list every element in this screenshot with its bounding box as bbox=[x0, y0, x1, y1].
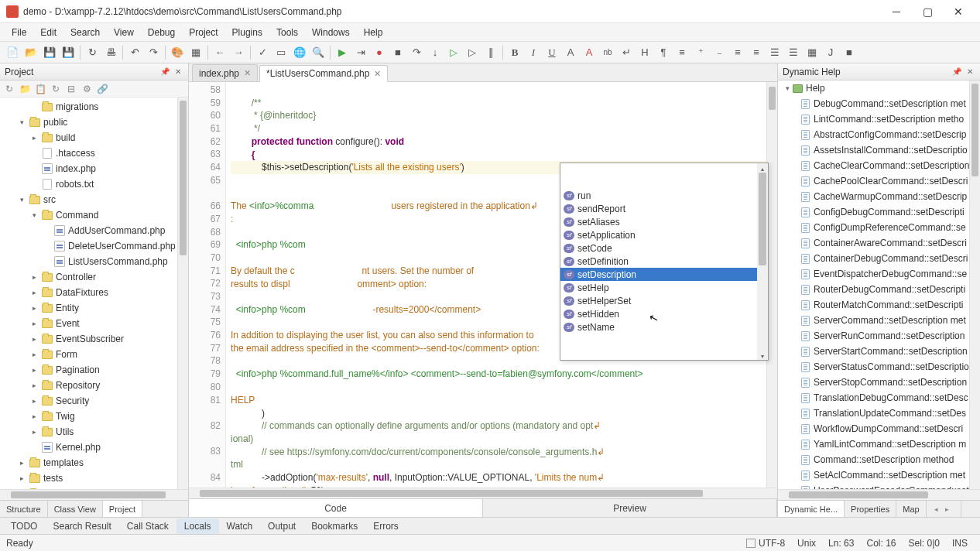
menu-help[interactable]: Help bbox=[357, 25, 390, 40]
tree-scrollbar[interactable] bbox=[177, 98, 188, 489]
ac-item[interactable]: sfsetDescription bbox=[560, 268, 768, 281]
tab-todo[interactable]: TODO bbox=[3, 518, 45, 534]
tree-item[interactable]: ▸Controller bbox=[0, 269, 188, 285]
collapse-icon[interactable]: ⊟ bbox=[65, 83, 77, 95]
status-ins[interactable]: INS bbox=[952, 538, 968, 549]
help-list[interactable]: ▾ Help DebugCommand::setDescription metL… bbox=[778, 80, 980, 489]
palette-icon[interactable]: 🎨 bbox=[169, 44, 186, 61]
tab-project[interactable]: Project bbox=[103, 501, 142, 517]
status-encoding[interactable]: UTF-8 bbox=[746, 538, 785, 549]
help-hscroll[interactable] bbox=[778, 489, 980, 500]
tab-call-stack[interactable]: Call Stack bbox=[119, 518, 176, 534]
new-file-icon[interactable]: 📄 bbox=[4, 44, 21, 61]
tab-listusers-php[interactable]: *ListUsersCommand.php✕ bbox=[259, 65, 388, 82]
tree-item[interactable]: ▸Event bbox=[0, 316, 188, 331]
sync-icon[interactable]: ↻ bbox=[50, 83, 62, 95]
help-item[interactable]: ServerStatusCommand::setDescriptio bbox=[778, 359, 980, 375]
autocomplete-popup[interactable]: sfrunsfsendReportsfsetAliasessfsetApplic… bbox=[560, 163, 769, 361]
browser-icon[interactable]: 🌐 bbox=[291, 44, 308, 61]
help-item[interactable]: SetAclCommand::setDescription met bbox=[778, 467, 980, 483]
selection-icon[interactable]: ▭ bbox=[272, 44, 290, 61]
help-item[interactable]: ContainerAwareCommand::setDescri bbox=[778, 235, 980, 251]
reload-icon[interactable]: ↻ bbox=[84, 44, 101, 61]
minimize-button[interactable]: ─ bbox=[881, 1, 912, 22]
tab-map[interactable]: Map bbox=[896, 501, 926, 517]
help-icon[interactable]: ■ bbox=[841, 44, 858, 61]
tree-item[interactable]: ▸Pagination bbox=[0, 362, 188, 378]
tree-item[interactable]: ▸Security bbox=[0, 393, 188, 409]
help-item[interactable]: CacheWarmupCommand::setDescrip bbox=[778, 189, 980, 204]
tree-item[interactable]: ▸Utils bbox=[0, 424, 188, 440]
redo-icon[interactable]: ↷ bbox=[145, 44, 162, 61]
tab-bookmarks[interactable]: Bookmarks bbox=[303, 518, 365, 534]
filter-icon[interactable]: ⚙ bbox=[81, 83, 93, 95]
ac-item[interactable]: sfsetName bbox=[560, 320, 768, 334]
new-folder-icon[interactable]: 📁 bbox=[19, 83, 31, 95]
help-item[interactable]: EventDispatcherDebugCommand::se bbox=[778, 266, 980, 282]
help-item[interactable]: DebugCommand::setDescription met bbox=[778, 96, 980, 111]
tree-item[interactable]: ▸EventSubscriber bbox=[0, 331, 188, 347]
ac-item[interactable]: sfsendReport bbox=[560, 202, 768, 215]
help-item[interactable]: UserPasswordEncoderCommand::set bbox=[778, 483, 980, 489]
tree-item[interactable]: ▸Form bbox=[0, 347, 188, 362]
view-preview[interactable]: Preview bbox=[483, 499, 777, 517]
tab-properties[interactable]: Properties bbox=[845, 501, 896, 517]
tree-item[interactable]: ▸Twig bbox=[0, 409, 188, 424]
help-item[interactable]: LintCommand::setDescription metho bbox=[778, 111, 980, 127]
tab-watch[interactable]: Watch bbox=[219, 518, 261, 534]
ol-icon[interactable]: ☰ bbox=[785, 44, 802, 61]
refresh-icon[interactable]: ↻ bbox=[3, 83, 15, 95]
pause-icon[interactable]: ‖ bbox=[482, 44, 499, 61]
tab-close-icon[interactable]: ✕ bbox=[374, 69, 381, 79]
back-icon[interactable]: ← bbox=[211, 44, 228, 61]
panel-close-icon[interactable]: ✕ bbox=[965, 67, 975, 77]
help-item[interactable]: AbstractConfigCommand::setDescrip bbox=[778, 127, 980, 142]
panel-close-icon[interactable]: ✕ bbox=[173, 67, 183, 77]
help-item[interactable]: ContainerDebugCommand::setDescri bbox=[778, 251, 980, 266]
grid-icon[interactable]: ▦ bbox=[187, 44, 204, 61]
tree-hscroll[interactable] bbox=[0, 489, 188, 500]
save-icon[interactable]: 💾 bbox=[41, 44, 58, 61]
undo-icon[interactable]: ↶ bbox=[126, 44, 143, 61]
project-tree[interactable]: migrations▾public▸build.htaccessindex.ph… bbox=[0, 98, 188, 489]
editor-hscroll[interactable] bbox=[189, 488, 777, 498]
js-icon[interactable]: J bbox=[822, 44, 839, 61]
menu-windows[interactable]: Windows bbox=[305, 25, 357, 40]
help-item[interactable]: ServerCommand::setDescription met bbox=[778, 313, 980, 328]
ac-item[interactable]: sfsetApplication bbox=[560, 228, 768, 241]
ac-item[interactable]: sfsetDefinition bbox=[560, 255, 768, 268]
heading-icon[interactable]: H bbox=[636, 44, 653, 61]
tree-item[interactable]: ▸build bbox=[0, 130, 188, 145]
view-code[interactable]: Code bbox=[189, 499, 483, 517]
tree-item[interactable]: robots.txt bbox=[0, 176, 188, 192]
check-icon[interactable]: ✓ bbox=[254, 44, 271, 61]
tree-item[interactable]: index.php bbox=[0, 161, 188, 176]
help-item[interactable]: YamlLintCommand::setDescription m bbox=[778, 436, 980, 452]
tab-dynamic-help[interactable]: Dynamic He... bbox=[778, 501, 845, 517]
help-item[interactable]: ServerRunCommand::setDescription bbox=[778, 328, 980, 344]
tree-item[interactable]: ▸Entity bbox=[0, 300, 188, 316]
tree-item[interactable]: migrations bbox=[0, 99, 188, 115]
tree-item[interactable]: AddUserCommand.php bbox=[0, 223, 188, 238]
menu-search[interactable]: Search bbox=[63, 25, 107, 40]
help-item[interactable]: ConfigDebugCommand::setDescripti bbox=[778, 204, 980, 220]
forward-icon[interactable]: → bbox=[230, 44, 247, 61]
ac-item[interactable]: sfsetCode bbox=[560, 241, 768, 255]
tab-class-view[interactable]: Class View bbox=[48, 501, 103, 517]
help-item[interactable]: WorkflowDumpCommand::setDescri bbox=[778, 421, 980, 436]
search-icon[interactable]: 🔍 bbox=[310, 44, 327, 61]
bold-icon[interactable]: B bbox=[506, 44, 523, 61]
tree-item[interactable]: .htaccess bbox=[0, 145, 188, 161]
align-left-icon[interactable]: ≡ bbox=[729, 44, 746, 61]
help-item[interactable]: RouterDebugCommand::setDescripti bbox=[778, 282, 980, 297]
help-item[interactable]: AssetsInstallCommand::setDescriptio bbox=[778, 142, 980, 158]
sub-icon[interactable]: ₋ bbox=[711, 44, 728, 61]
help-item[interactable]: Command::setDescription method bbox=[778, 452, 980, 467]
help-item[interactable]: CacheClearCommand::setDescription bbox=[778, 158, 980, 173]
tree-item[interactable]: Kernel.php bbox=[0, 440, 188, 455]
tab-locals[interactable]: Locals bbox=[176, 518, 219, 534]
ac-item[interactable]: sfsetHelperSet bbox=[560, 294, 768, 307]
step-out-icon[interactable]: ▷ bbox=[464, 44, 481, 61]
step-over-icon[interactable]: ↷ bbox=[408, 44, 425, 61]
newline-icon[interactable]: ↵ bbox=[618, 44, 635, 61]
